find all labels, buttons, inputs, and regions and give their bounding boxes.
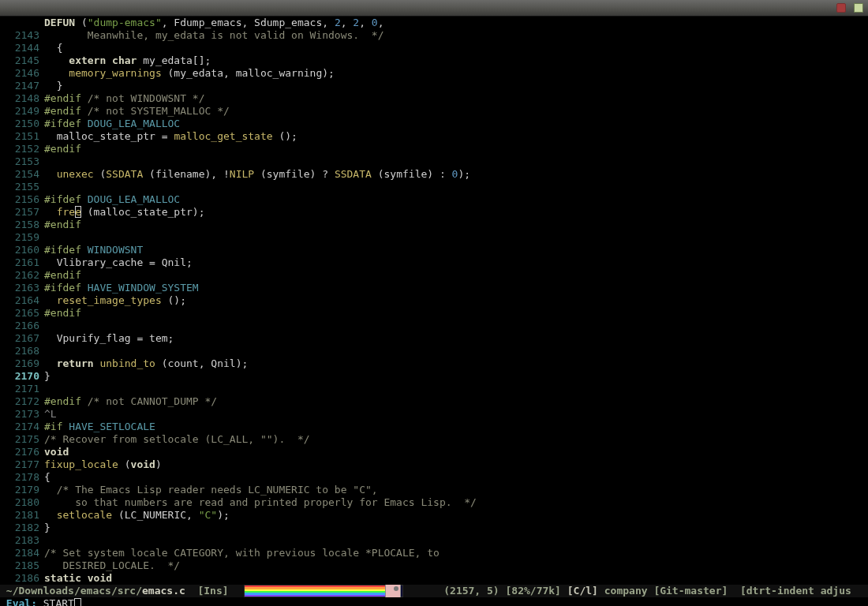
code-content[interactable]: /* Recover from setlocale (LC_ALL, ""). … (44, 433, 868, 446)
code-line[interactable]: 2164 reset_image_types (); (0, 294, 868, 307)
line-number: 2161 (0, 256, 44, 269)
code-content[interactable]: extern char my_edata[]; (44, 54, 868, 67)
code-content[interactable]: void (44, 446, 868, 458)
code-line[interactable]: 2157 free (malloc_state_ptr); (0, 206, 868, 219)
line-number: 2173 (0, 408, 44, 421)
code-content[interactable]: } (44, 522, 868, 534)
code-line[interactable]: 2152#endif (0, 143, 868, 155)
line-number: 2163 (0, 282, 44, 294)
code-content[interactable] (44, 345, 868, 357)
code-content[interactable]: DESIRED_LOCALE. */ (44, 559, 868, 572)
code-content[interactable]: #ifdef HAVE_WINDOW_SYSTEM (44, 282, 868, 294)
code-line[interactable]: 2179 /* The Emacs Lisp reader needs LC_N… (0, 484, 868, 496)
code-content[interactable]: #endif (44, 307, 868, 320)
code-line[interactable]: 2184/* Set system locale CATEGORY, with … (0, 547, 868, 559)
code-line[interactable]: 2158#endif (0, 219, 868, 231)
minibuffer[interactable]: Eval: START (0, 597, 868, 606)
code-content[interactable]: Vlibrary_cache = Qnil; (44, 256, 868, 269)
code-content[interactable]: #endif (44, 219, 868, 231)
code-content[interactable]: /* Set system locale CATEGORY, with prev… (44, 547, 868, 559)
code-content[interactable]: Vpurify_flag = tem; (44, 332, 868, 345)
editor-buffer[interactable]: 2143 Meanwhile, my_edata is not valid on… (0, 29, 868, 585)
code-content[interactable]: #endif (44, 143, 868, 155)
line-number: 2180 (0, 496, 44, 509)
code-line[interactable]: 2182} (0, 522, 868, 534)
code-line[interactable]: 2143 Meanwhile, my_edata is not valid on… (0, 29, 868, 42)
code-line[interactable]: 2185 DESIRED_LOCALE. */ (0, 559, 868, 572)
code-line[interactable]: 2177fixup_locale (void) (0, 458, 868, 471)
code-line[interactable]: 2163#ifdef HAVE_WINDOW_SYSTEM (0, 282, 868, 294)
code-line[interactable]: 2171 (0, 383, 868, 395)
code-line[interactable]: 2175/* Recover from setlocale (LC_ALL, "… (0, 433, 868, 446)
code-content[interactable]: #ifdef DOUG_LEA_MALLOC (44, 118, 868, 130)
code-line[interactable]: 2149#endif /* not SYSTEM_MALLOC */ (0, 105, 868, 118)
code-content[interactable]: /* The Emacs Lisp reader needs LC_NUMERI… (44, 484, 868, 496)
code-content[interactable]: ^L (44, 408, 868, 421)
code-line[interactable]: 2166 (0, 320, 868, 332)
code-content[interactable]: so that numbers are read and printed pro… (44, 496, 868, 509)
code-line[interactable]: 2186static void (0, 572, 868, 585)
code-content[interactable]: #ifdef WINDOWSNT (44, 244, 868, 256)
code-line[interactable]: 2153 (0, 155, 868, 168)
code-content[interactable]: } (44, 80, 868, 92)
code-line[interactable]: 2160#ifdef WINDOWSNT (0, 244, 868, 256)
code-content[interactable]: return unbind_to (count, Qnil); (44, 357, 868, 370)
code-line[interactable]: 2155 (0, 181, 868, 193)
code-content[interactable]: #endif /* not CANNOT_DUMP */ (44, 395, 868, 408)
code-line[interactable]: 2165#endif (0, 307, 868, 320)
code-line[interactable]: 2161 Vlibrary_cache = Qnil; (0, 256, 868, 269)
code-content[interactable]: { (44, 471, 868, 484)
code-content[interactable]: memory_warnings (my_edata, malloc_warnin… (44, 67, 868, 80)
code-line[interactable]: 2178{ (0, 471, 868, 484)
code-content[interactable] (44, 320, 868, 332)
code-content[interactable]: Meanwhile, my_edata is not valid on Wind… (44, 29, 868, 42)
code-line[interactable]: 2173^L (0, 408, 868, 421)
code-content[interactable]: #ifdef DOUG_LEA_MALLOC (44, 193, 868, 206)
line-number: 2151 (0, 130, 44, 143)
code-line[interactable]: 2174#if HAVE_SETLOCALE (0, 421, 868, 433)
code-line[interactable]: 2144 { (0, 42, 868, 54)
code-line[interactable]: 2159 (0, 231, 868, 244)
code-content[interactable]: reset_image_types (); (44, 294, 868, 307)
code-content[interactable]: #endif (44, 269, 868, 282)
code-line[interactable]: 2151 malloc_state_ptr = malloc_get_state… (0, 130, 868, 143)
code-content[interactable]: #endif /* not SYSTEM_MALLOC */ (44, 105, 868, 118)
code-content[interactable]: setlocale (LC_NUMERIC, "C"); (44, 509, 868, 522)
window-close-button[interactable] (835, 2, 847, 13)
code-line[interactable]: 2167 Vpurify_flag = tem; (0, 332, 868, 345)
code-content[interactable] (44, 383, 868, 395)
code-content[interactable]: { (44, 42, 868, 54)
code-line[interactable]: 2156#ifdef DOUG_LEA_MALLOC (0, 193, 868, 206)
minibuffer-input[interactable]: START (43, 597, 74, 606)
code-content[interactable]: unexec (SSDATA (filename), !NILP (symfil… (44, 168, 868, 181)
code-line[interactable]: 2176void (0, 446, 868, 458)
code-content[interactable]: } (44, 370, 868, 383)
code-line[interactable]: 2168 (0, 345, 868, 357)
code-line[interactable]: 2145 extern char my_edata[]; (0, 54, 868, 67)
code-content[interactable] (44, 534, 868, 547)
code-line[interactable]: 2146 memory_warnings (my_edata, malloc_w… (0, 67, 868, 80)
code-content[interactable] (44, 231, 868, 244)
code-line[interactable]: 2183 (0, 534, 868, 547)
code-content[interactable] (44, 181, 868, 193)
code-line[interactable]: 2150#ifdef DOUG_LEA_MALLOC (0, 118, 868, 130)
code-line[interactable]: 2148#endif /* not WINDOWSNT */ (0, 92, 868, 105)
code-content[interactable]: #if HAVE_SETLOCALE (44, 421, 868, 433)
code-line[interactable]: 2154 unexec (SSDATA (filename), !NILP (s… (0, 168, 868, 181)
code-content[interactable]: fixup_locale (void) (44, 458, 868, 471)
code-line[interactable]: 2172#endif /* not CANNOT_DUMP */ (0, 395, 868, 408)
code-line[interactable]: 2180 so that numbers are read and printe… (0, 496, 868, 509)
code-token: /* not SYSTEM_MALLOC */ (81, 105, 230, 117)
window-other-button[interactable] (852, 2, 865, 13)
code-content[interactable] (44, 155, 868, 168)
code-line[interactable]: 2169 return unbind_to (count, Qnil); (0, 357, 868, 370)
code-token: /* not WINDOWSNT */ (81, 92, 205, 104)
code-content[interactable]: #endif /* not WINDOWSNT */ (44, 92, 868, 105)
code-content[interactable]: static void (44, 572, 868, 585)
code-line[interactable]: 2147 } (0, 80, 868, 92)
code-content[interactable]: free (malloc_state_ptr); (44, 206, 868, 219)
code-content[interactable]: malloc_state_ptr = malloc_get_state (); (44, 130, 868, 143)
code-line[interactable]: 2170} (0, 370, 868, 383)
code-line[interactable]: 2181 setlocale (LC_NUMERIC, "C"); (0, 509, 868, 522)
code-line[interactable]: 2162#endif (0, 269, 868, 282)
